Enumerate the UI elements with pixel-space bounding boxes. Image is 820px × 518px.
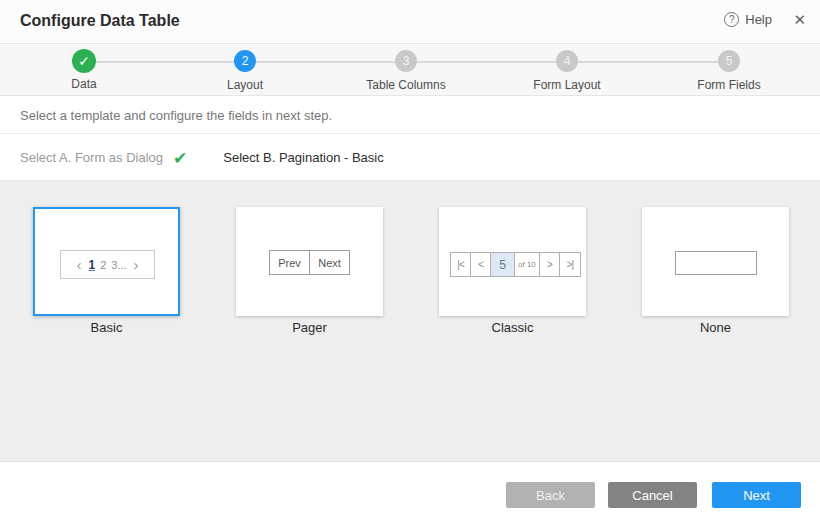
step-table-columns[interactable]: 3 Table Columns xyxy=(341,50,471,92)
none-preview-box xyxy=(675,251,757,275)
prev-page-icon: < xyxy=(471,253,491,276)
select-a-label: Select A. Form as Dialog xyxy=(20,150,163,165)
step-form-fields[interactable]: 5 Form Fields xyxy=(664,50,794,92)
help-question-icon: ? xyxy=(724,12,739,27)
first-page-icon: |< xyxy=(451,253,471,276)
template-card-none[interactable] xyxy=(642,207,789,316)
next-button[interactable]: Next xyxy=(712,482,801,508)
current-page-cell: 5 xyxy=(491,253,515,276)
next-button-preview: Next xyxy=(309,250,350,275)
step-form-layout-number: 4 xyxy=(556,50,578,72)
step-layout[interactable]: 2 Layout xyxy=(180,50,310,92)
last-page-icon: >| xyxy=(560,253,580,276)
template-card-basic[interactable]: ‹ 1 2 3... › xyxy=(33,207,180,316)
basic-pagination-preview: ‹ 1 2 3... › xyxy=(60,250,155,279)
step-form-fields-number: 5 xyxy=(718,50,740,72)
template-card-classic[interactable]: |< < 5 of 10 > >| xyxy=(439,207,586,316)
classic-pagination-preview: |< < 5 of 10 > >| xyxy=(450,252,581,277)
step-layout-number: 2 xyxy=(234,50,256,72)
step-layout-label: Layout xyxy=(227,78,263,92)
back-button[interactable]: Back xyxy=(506,482,595,508)
selection-summary-row: Select A. Form as Dialog ✔ Select B. Pag… xyxy=(0,134,820,181)
step-form-layout-label: Form Layout xyxy=(533,78,600,92)
instruction-row: Select a template and configure the fiel… xyxy=(0,97,820,134)
step-table-columns-number: 3 xyxy=(395,50,417,72)
step-table-columns-label: Table Columns xyxy=(366,78,445,92)
select-b-label: Select B. Pagination - Basic xyxy=(223,150,383,165)
pager-preview: Prev Next xyxy=(269,250,350,275)
page-1-current: 1 xyxy=(88,258,95,272)
template-card-pager[interactable]: Prev Next xyxy=(236,207,383,316)
close-icon[interactable]: ✕ xyxy=(793,11,806,29)
of-total-cell: of 10 xyxy=(515,253,540,276)
next-arrow-icon: › xyxy=(132,257,141,272)
help-label: Help xyxy=(745,12,772,27)
select-a-check-icon: ✔ xyxy=(173,150,187,167)
card-label-none: None xyxy=(642,320,789,335)
dialog-footer: Back Cancel Next xyxy=(0,461,820,518)
prev-button-preview: Prev xyxy=(269,250,310,275)
prev-arrow-icon: ‹ xyxy=(74,257,83,272)
configure-data-table-dialog: Configure Data Table ? Help ✕ ✓ Data 2 L… xyxy=(0,0,820,518)
next-page-icon: > xyxy=(540,253,560,276)
cancel-button[interactable]: Cancel xyxy=(608,482,697,508)
card-label-basic: Basic xyxy=(33,320,180,335)
instruction-text: Select a template and configure the fiel… xyxy=(20,108,332,123)
card-label-pager: Pager xyxy=(236,320,383,335)
step-data-label: Data xyxy=(71,77,96,91)
template-cards-area: ‹ 1 2 3... › Basic Prev Next Pager |< < … xyxy=(0,181,820,461)
wizard-stepper: ✓ Data 2 Layout 3 Table Columns 4 Form L… xyxy=(0,45,820,96)
dialog-titlebar: Configure Data Table ? Help ✕ xyxy=(0,0,820,44)
dialog-title: Configure Data Table xyxy=(20,12,180,30)
step-form-fields-label: Form Fields xyxy=(697,78,760,92)
page-2: 2 xyxy=(100,259,106,271)
page-3-ellipsis: 3... xyxy=(111,259,126,271)
step-form-layout[interactable]: 4 Form Layout xyxy=(502,50,632,92)
step-data-check-icon: ✓ xyxy=(72,49,96,73)
help-button[interactable]: ? Help xyxy=(724,12,772,27)
step-data[interactable]: ✓ Data xyxy=(19,50,149,91)
card-label-classic: Classic xyxy=(439,320,586,335)
